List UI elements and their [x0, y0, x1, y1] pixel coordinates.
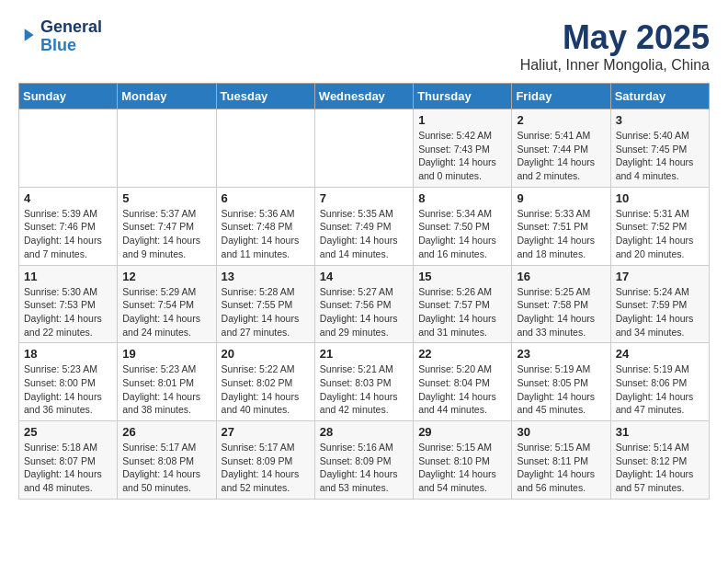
day-number: 7 — [320, 191, 408, 205]
calendar-cell: 7Sunrise: 5:35 AM Sunset: 7:49 PM Daylig… — [314, 187, 413, 265]
calendar-cell — [314, 109, 413, 188]
dow-header: Tuesday — [216, 84, 314, 109]
logo-icon — [18, 26, 37, 44]
day-number: 25 — [24, 425, 112, 439]
day-number: 6 — [222, 191, 310, 205]
calendar-cell: 3Sunrise: 5:40 AM Sunset: 7:45 PM Daylig… — [610, 109, 709, 188]
day-detail: Sunrise: 5:16 AM Sunset: 8:09 PM Dayligh… — [320, 441, 408, 495]
dow-header: Thursday — [414, 84, 512, 109]
calendar-cell: 21Sunrise: 5:21 AM Sunset: 8:03 PM Dayli… — [314, 343, 413, 421]
calendar-cell — [118, 109, 216, 188]
day-detail: Sunrise: 5:22 AM Sunset: 8:02 PM Dayligh… — [222, 362, 310, 417]
calendar-week-row: 25Sunrise: 5:18 AM Sunset: 8:07 PM Dayli… — [19, 421, 710, 500]
dow-header: Friday — [512, 84, 610, 109]
day-detail: Sunrise: 5:24 AM Sunset: 7:59 PM Dayligh… — [616, 285, 704, 339]
dow-header: Saturday — [610, 84, 709, 109]
calendar-cell: 18Sunrise: 5:23 AM Sunset: 8:00 PM Dayli… — [19, 343, 118, 421]
calendar-cell: 4Sunrise: 5:39 AM Sunset: 7:46 PM Daylig… — [19, 187, 118, 265]
day-detail: Sunrise: 5:27 AM Sunset: 7:56 PM Dayligh… — [320, 285, 408, 339]
dow-header: Monday — [118, 84, 216, 109]
calendar-week-row: 18Sunrise: 5:23 AM Sunset: 8:00 PM Dayli… — [19, 343, 710, 421]
day-detail: Sunrise: 5:17 AM Sunset: 8:08 PM Dayligh… — [122, 441, 210, 495]
day-number: 28 — [320, 425, 408, 439]
day-number: 3 — [616, 113, 704, 127]
day-number: 10 — [616, 191, 704, 205]
calendar-cell: 14Sunrise: 5:27 AM Sunset: 7:56 PM Dayli… — [314, 265, 413, 343]
calendar-cell — [19, 109, 118, 188]
day-number: 1 — [418, 113, 506, 127]
calendar-cell: 17Sunrise: 5:24 AM Sunset: 7:59 PM Dayli… — [610, 265, 709, 343]
day-number: 5 — [122, 191, 210, 205]
day-detail: Sunrise: 5:20 AM Sunset: 8:04 PM Dayligh… — [418, 362, 506, 417]
day-detail: Sunrise: 5:19 AM Sunset: 8:06 PM Dayligh… — [616, 362, 704, 417]
day-number: 18 — [24, 347, 112, 361]
day-number: 16 — [517, 270, 605, 283]
logo: General Blue — [18, 18, 102, 55]
day-detail: Sunrise: 5:14 AM Sunset: 8:12 PM Dayligh… — [616, 441, 704, 495]
day-number: 29 — [418, 425, 506, 439]
calendar-cell: 15Sunrise: 5:26 AM Sunset: 7:57 PM Dayli… — [414, 265, 512, 343]
calendar-cell: 31Sunrise: 5:14 AM Sunset: 8:12 PM Dayli… — [610, 421, 709, 500]
calendar-cell: 13Sunrise: 5:28 AM Sunset: 7:55 PM Dayli… — [216, 265, 314, 343]
day-detail: Sunrise: 5:40 AM Sunset: 7:45 PM Dayligh… — [616, 129, 704, 183]
day-detail: Sunrise: 5:23 AM Sunset: 8:01 PM Dayligh… — [122, 362, 210, 417]
calendar-cell: 28Sunrise: 5:16 AM Sunset: 8:09 PM Dayli… — [314, 421, 413, 500]
calendar-cell: 23Sunrise: 5:19 AM Sunset: 8:05 PM Dayli… — [512, 343, 610, 421]
day-detail: Sunrise: 5:42 AM Sunset: 7:43 PM Dayligh… — [418, 129, 506, 183]
day-number: 13 — [222, 270, 310, 283]
day-number: 9 — [517, 191, 605, 205]
days-of-week-row: SundayMondayTuesdayWednesdayThursdayFrid… — [19, 84, 710, 109]
day-number: 21 — [320, 347, 408, 361]
calendar-cell: 19Sunrise: 5:23 AM Sunset: 8:01 PM Dayli… — [118, 343, 216, 421]
day-detail: Sunrise: 5:18 AM Sunset: 8:07 PM Dayligh… — [24, 441, 112, 495]
calendar-cell: 10Sunrise: 5:31 AM Sunset: 7:52 PM Dayli… — [610, 187, 709, 265]
calendar-cell: 16Sunrise: 5:25 AM Sunset: 7:58 PM Dayli… — [512, 265, 610, 343]
day-detail: Sunrise: 5:23 AM Sunset: 8:00 PM Dayligh… — [24, 362, 112, 417]
day-detail: Sunrise: 5:21 AM Sunset: 8:03 PM Dayligh… — [320, 362, 408, 417]
page-subtitle: Haliut, Inner Mongolia, China — [520, 57, 710, 74]
day-detail: Sunrise: 5:33 AM Sunset: 7:51 PM Dayligh… — [517, 207, 605, 261]
day-detail: Sunrise: 5:28 AM Sunset: 7:55 PM Dayligh… — [222, 285, 310, 339]
calendar-cell: 29Sunrise: 5:15 AM Sunset: 8:10 PM Dayli… — [414, 421, 512, 500]
calendar-cell: 6Sunrise: 5:36 AM Sunset: 7:48 PM Daylig… — [216, 187, 314, 265]
day-number: 30 — [517, 425, 605, 439]
calendar-cell: 8Sunrise: 5:34 AM Sunset: 7:50 PM Daylig… — [414, 187, 512, 265]
day-number: 15 — [418, 270, 506, 283]
day-detail: Sunrise: 5:36 AM Sunset: 7:48 PM Dayligh… — [222, 207, 310, 261]
calendar-week-row: 11Sunrise: 5:30 AM Sunset: 7:53 PM Dayli… — [19, 265, 710, 343]
calendar-cell: 26Sunrise: 5:17 AM Sunset: 8:08 PM Dayli… — [118, 421, 216, 500]
day-number: 19 — [122, 347, 210, 361]
page-header: General Blue May 2025 Haliut, Inner Mong… — [18, 18, 710, 74]
calendar-cell: 27Sunrise: 5:17 AM Sunset: 8:09 PM Dayli… — [216, 421, 314, 500]
day-number: 27 — [222, 425, 310, 439]
day-number: 31 — [616, 425, 704, 439]
calendar-cell: 2Sunrise: 5:41 AM Sunset: 7:44 PM Daylig… — [512, 109, 610, 188]
calendar-cell: 5Sunrise: 5:37 AM Sunset: 7:47 PM Daylig… — [118, 187, 216, 265]
day-number: 2 — [517, 113, 605, 127]
day-number: 4 — [24, 191, 112, 205]
day-number: 24 — [616, 347, 704, 361]
day-detail: Sunrise: 5:39 AM Sunset: 7:46 PM Dayligh… — [24, 207, 112, 261]
calendar-cell: 30Sunrise: 5:15 AM Sunset: 8:11 PM Dayli… — [512, 421, 610, 500]
day-detail: Sunrise: 5:31 AM Sunset: 7:52 PM Dayligh… — [616, 207, 704, 261]
calendar-cell: 25Sunrise: 5:18 AM Sunset: 8:07 PM Dayli… — [19, 421, 118, 500]
page-title: May 2025 — [520, 18, 710, 57]
day-detail: Sunrise: 5:19 AM Sunset: 8:05 PM Dayligh… — [517, 362, 605, 417]
day-detail: Sunrise: 5:26 AM Sunset: 7:57 PM Dayligh… — [418, 285, 506, 339]
calendar-cell: 1Sunrise: 5:42 AM Sunset: 7:43 PM Daylig… — [414, 109, 512, 188]
logo-text: General Blue — [40, 18, 102, 55]
calendar-cell: 11Sunrise: 5:30 AM Sunset: 7:53 PM Dayli… — [19, 265, 118, 343]
calendar-cell: 20Sunrise: 5:22 AM Sunset: 8:02 PM Dayli… — [216, 343, 314, 421]
calendar-body: 1Sunrise: 5:42 AM Sunset: 7:43 PM Daylig… — [19, 109, 710, 500]
calendar-cell: 12Sunrise: 5:29 AM Sunset: 7:54 PM Dayli… — [118, 265, 216, 343]
calendar-week-row: 4Sunrise: 5:39 AM Sunset: 7:46 PM Daylig… — [19, 187, 710, 265]
calendar-cell: 9Sunrise: 5:33 AM Sunset: 7:51 PM Daylig… — [512, 187, 610, 265]
calendar-week-row: 1Sunrise: 5:42 AM Sunset: 7:43 PM Daylig… — [19, 109, 710, 188]
day-detail: Sunrise: 5:25 AM Sunset: 7:58 PM Dayligh… — [517, 285, 605, 339]
day-number: 22 — [418, 347, 506, 361]
day-number: 14 — [320, 270, 408, 283]
day-detail: Sunrise: 5:30 AM Sunset: 7:53 PM Dayligh… — [24, 285, 112, 339]
dow-header: Sunday — [19, 84, 118, 109]
day-number: 26 — [122, 425, 210, 439]
day-detail: Sunrise: 5:15 AM Sunset: 8:10 PM Dayligh… — [418, 441, 506, 495]
